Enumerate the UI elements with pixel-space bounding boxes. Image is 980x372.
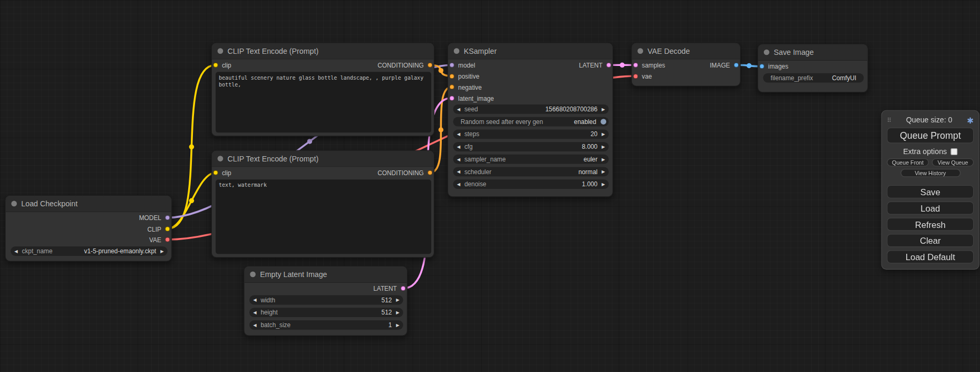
node-graph-canvas[interactable]: ⠿ Queue size: 0 ✱ Queue Prompt Extra opt…	[0, 0, 980, 372]
increment-arrow-icon[interactable]: ▶	[601, 167, 605, 177]
decrement-arrow-icon[interactable]: ◀	[457, 142, 460, 151]
widget-value: 1.000	[582, 179, 598, 189]
increment-arrow-icon[interactable]: ▶	[601, 155, 605, 164]
node-clip-text-encode-positive[interactable]: CLIP Text Encode (Prompt)clipCONDITIONIN…	[211, 43, 434, 137]
input-port-label: samples	[642, 62, 665, 69]
output-port-image[interactable]	[734, 63, 739, 68]
collapse-dot-icon[interactable]	[637, 48, 643, 54]
decrement-arrow-icon[interactable]: ◀	[457, 155, 460, 164]
node-vae-decode[interactable]: VAE DecodesamplesvaeIMAGE	[631, 43, 740, 87]
widget-denoise[interactable]: ◀denoise1.000▶	[453, 179, 609, 189]
collapse-dot-icon[interactable]	[250, 272, 256, 278]
toggle-indicator-icon[interactable]	[600, 119, 606, 125]
increment-arrow-icon[interactable]: ▶	[396, 295, 399, 304]
node-title-bar[interactable]: VAE Decode	[632, 43, 740, 60]
widget-filename-prefix[interactable]: filename_prefixComfyUI	[763, 73, 864, 82]
node-title-bar[interactable]: Load Checkpoint	[6, 196, 171, 212]
widget-ckpt-name[interactable]: ◀ckpt_namev1-5-pruned-emaonly.ckpt▶	[11, 246, 168, 256]
link-midpoint-dot	[746, 63, 751, 68]
output-port-clip[interactable]	[165, 226, 170, 231]
widget-width[interactable]: ◀width512▶	[249, 295, 403, 304]
refresh-button[interactable]: Refresh	[887, 218, 974, 231]
node-title-bar[interactable]: KSampler	[448, 43, 613, 60]
link-midpoint-dot	[189, 198, 194, 203]
node-load-checkpoint[interactable]: Load CheckpointMODELCLIPVAE◀ckpt_namev1-…	[5, 195, 172, 262]
collapse-dot-icon[interactable]	[218, 156, 224, 161]
widget-name: batch_size	[260, 320, 290, 329]
prompt-textarea[interactable]: text, watermark	[216, 179, 431, 254]
node-title-bar[interactable]: Empty Latent Image	[245, 266, 407, 283]
view-queue-button[interactable]: View Queue	[932, 158, 974, 166]
output-port-conditioning[interactable]	[428, 170, 432, 175]
widget-batch-size[interactable]: ◀batch_size1▶	[249, 320, 403, 329]
output-port-label: VAE	[149, 236, 161, 244]
drag-handle-icon[interactable]: ⠿	[887, 117, 891, 123]
clear-button[interactable]: Clear	[887, 234, 974, 247]
increment-arrow-icon[interactable]: ▶	[601, 142, 605, 151]
collapse-dot-icon[interactable]	[454, 48, 460, 54]
node-save-image[interactable]: Save Imageimagesfilename_prefixComfyUI	[758, 44, 868, 92]
link-midpoint-dot	[620, 63, 625, 68]
output-port-latent[interactable]	[401, 286, 405, 291]
queue-buttons-row: Queue Front View Queue	[887, 158, 974, 166]
input-port-model[interactable]	[449, 63, 454, 68]
output-port-latent[interactable]	[606, 63, 611, 68]
load-default-button[interactable]: Load Default	[887, 250, 974, 263]
node-title-label: CLIP Text Encode (Prompt)	[228, 155, 319, 164]
input-port-latent-image[interactable]	[449, 96, 454, 100]
settings-gear-icon[interactable]: ✱	[967, 116, 974, 125]
collapse-dot-icon[interactable]	[764, 50, 770, 55]
load-button[interactable]: Load	[887, 202, 974, 215]
widget-random-seed-after-every-gen[interactable]: Random seed after every genenabled	[453, 117, 609, 127]
increment-arrow-icon[interactable]: ▶	[396, 320, 399, 329]
decrement-arrow-icon[interactable]: ◀	[253, 308, 256, 317]
decrement-arrow-icon[interactable]: ◀	[253, 295, 256, 304]
widget-height[interactable]: ◀height512▶	[249, 308, 403, 317]
input-port-vae[interactable]	[633, 73, 638, 78]
prompt-textarea[interactable]: beautiful scenery nature glass bottle la…	[216, 72, 431, 133]
node-ksampler[interactable]: KSamplermodelpositivenegativelatent_imag…	[448, 43, 613, 197]
decrement-arrow-icon[interactable]: ◀	[253, 320, 256, 329]
input-port-images[interactable]	[759, 64, 764, 69]
extra-options-checkbox[interactable]	[950, 148, 957, 155]
decrement-arrow-icon[interactable]: ◀	[457, 179, 460, 189]
decrement-arrow-icon[interactable]: ◀	[457, 129, 460, 139]
widget-cfg[interactable]: ◀cfg8.000▶	[453, 142, 609, 151]
increment-arrow-icon[interactable]: ▶	[396, 308, 399, 317]
queue-panel-header: ⠿ Queue size: 0 ✱	[887, 115, 974, 126]
queue-prompt-button[interactable]: Queue Prompt	[887, 128, 974, 144]
decrement-arrow-icon[interactable]: ◀	[457, 167, 460, 177]
input-port-clip[interactable]	[213, 170, 218, 175]
input-port-negative[interactable]	[449, 84, 454, 89]
output-port-conditioning[interactable]	[428, 63, 432, 68]
input-port-positive[interactable]	[449, 73, 454, 78]
increment-arrow-icon[interactable]: ▶	[601, 179, 605, 189]
widget-sampler-name[interactable]: ◀sampler_nameeuler▶	[453, 155, 609, 164]
node-title-bar[interactable]: CLIP Text Encode (Prompt)	[212, 43, 434, 60]
input-port-clip[interactable]	[213, 63, 218, 68]
increment-arrow-icon[interactable]: ▶	[160, 246, 163, 256]
decrement-arrow-icon[interactable]: ◀	[457, 104, 460, 114]
increment-arrow-icon[interactable]: ▶	[601, 129, 605, 139]
collapse-dot-icon[interactable]	[218, 48, 224, 54]
widget-seed[interactable]: ◀seed156680208700286▶	[453, 104, 609, 114]
output-port-vae[interactable]	[165, 237, 170, 242]
widget-scheduler[interactable]: ◀schedulernormal▶	[453, 167, 609, 177]
view-history-button[interactable]: View History	[900, 169, 960, 177]
widget-value: normal	[578, 167, 597, 177]
node-clip-text-encode-negative[interactable]: CLIP Text Encode (Prompt)clipCONDITIONIN…	[211, 150, 434, 258]
save-button[interactable]: Save	[887, 185, 974, 198]
panel-spacer	[887, 177, 974, 182]
node-empty-latent-image[interactable]: Empty Latent ImageLATENT◀width512▶◀heigh…	[244, 266, 407, 336]
input-port-samples[interactable]	[633, 63, 638, 68]
output-port-model[interactable]	[165, 215, 170, 220]
node-title-bar[interactable]: Save Image	[758, 44, 867, 61]
queue-front-button[interactable]: Queue Front	[887, 158, 928, 166]
widget-value: 512	[382, 295, 392, 304]
decrement-arrow-icon[interactable]: ◀	[14, 246, 17, 256]
output-port-label: IMAGE	[710, 62, 730, 69]
increment-arrow-icon[interactable]: ▶	[601, 104, 605, 114]
collapse-dot-icon[interactable]	[11, 201, 17, 207]
widget-steps[interactable]: ◀steps20▶	[453, 129, 609, 139]
node-title-bar[interactable]: CLIP Text Encode (Prompt)	[212, 151, 434, 167]
